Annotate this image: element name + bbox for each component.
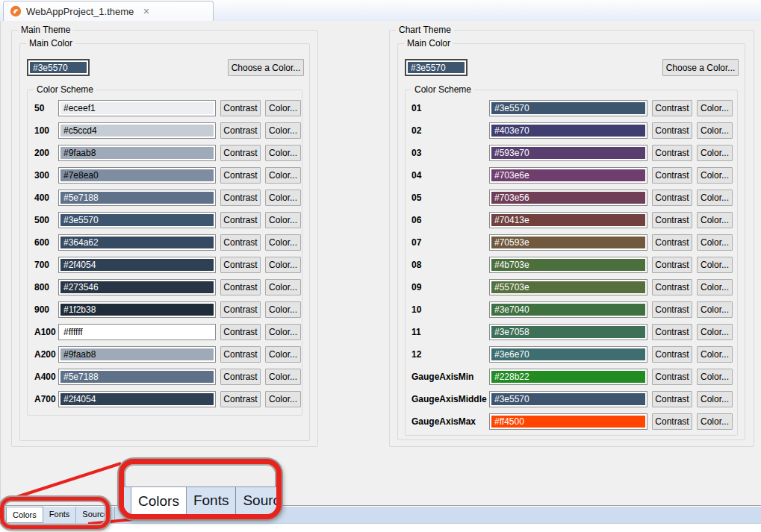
color-value-field[interactable]: #c5ccd4: [58, 122, 216, 139]
color-value-field[interactable]: #3e6e70: [489, 346, 647, 363]
color-button[interactable]: Color...: [697, 301, 733, 318]
color-value-field[interactable]: #3e7040: [489, 301, 647, 318]
color-button[interactable]: Color...: [697, 413, 733, 430]
contrast-button[interactable]: Contrast: [220, 279, 261, 295]
color-button[interactable]: Color...: [697, 100, 733, 116]
color-value-field[interactable]: #593e70: [489, 145, 647, 161]
color-button[interactable]: Color...: [697, 324, 733, 340]
color-button[interactable]: Color...: [265, 190, 301, 206]
color-value-field[interactable]: #ffffff: [58, 324, 216, 340]
main-color-value-field[interactable]: #3e5570: [27, 59, 90, 76]
close-icon[interactable]: ✕: [143, 7, 149, 16]
choose-color-button[interactable]: Choose a Color...: [228, 59, 304, 76]
contrast-button[interactable]: Contrast: [220, 190, 261, 206]
color-value-field[interactable]: #2f4054: [58, 257, 216, 273]
scheme-row: 02#403e70ContrastColor...: [411, 122, 737, 139]
color-value-field[interactable]: #55703e: [489, 279, 647, 295]
color-button[interactable]: Color...: [265, 167, 301, 184]
color-value-field[interactable]: #703e6e: [489, 167, 647, 184]
color-button[interactable]: Color...: [265, 279, 301, 295]
contrast-button[interactable]: Contrast: [220, 234, 261, 251]
color-value-field[interactable]: #9faab8: [58, 145, 216, 161]
color-button[interactable]: Color...: [697, 145, 733, 161]
contrast-button[interactable]: Contrast: [220, 100, 261, 116]
color-value-field[interactable]: #1f2b38: [58, 301, 216, 318]
contrast-button[interactable]: Contrast: [652, 100, 692, 116]
color-value-field[interactable]: #eceef1: [58, 100, 216, 116]
contrast-button[interactable]: Contrast: [220, 122, 261, 139]
color-button[interactable]: Color...: [697, 279, 733, 295]
color-button[interactable]: Color...: [697, 167, 733, 184]
contrast-button[interactable]: Contrast: [220, 324, 261, 340]
color-value-field[interactable]: #7e8ea0: [58, 167, 216, 184]
color-value-field[interactable]: #364a62: [58, 234, 216, 251]
contrast-button[interactable]: Contrast: [220, 167, 261, 184]
color-button[interactable]: Color...: [265, 234, 301, 251]
color-button[interactable]: Color...: [697, 190, 733, 206]
color-button[interactable]: Color...: [697, 346, 733, 363]
contrast-button[interactable]: Contrast: [220, 369, 261, 385]
color-button[interactable]: Color...: [697, 212, 733, 228]
contrast-button[interactable]: Contrast: [652, 145, 692, 161]
color-value-field[interactable]: #403e70: [489, 122, 647, 139]
contrast-button[interactable]: Contrast: [652, 324, 692, 340]
color-button[interactable]: Color...: [265, 324, 301, 340]
color-button[interactable]: Color...: [265, 257, 301, 273]
color-button[interactable]: Color...: [265, 391, 301, 407]
theme-file-icon: [10, 5, 22, 17]
color-button[interactable]: Color...: [265, 100, 301, 116]
color-value-field[interactable]: #4b703e: [489, 257, 647, 273]
color-value-field[interactable]: #9faab8: [58, 346, 216, 363]
contrast-button[interactable]: Contrast: [220, 346, 261, 363]
color-button[interactable]: Color...: [265, 212, 301, 228]
contrast-button[interactable]: Contrast: [652, 413, 692, 430]
color-value-field[interactable]: #228b22: [489, 369, 647, 385]
color-button[interactable]: Color...: [265, 301, 301, 318]
color-value-field[interactable]: #273546: [58, 279, 216, 295]
contrast-button[interactable]: Contrast: [652, 167, 692, 184]
color-value-field[interactable]: #ff4500: [489, 413, 647, 430]
color-button[interactable]: Color...: [697, 234, 733, 251]
contrast-button[interactable]: Contrast: [652, 122, 692, 139]
color-scheme-rows: 01#3e5570ContrastColor... 02#403e70Contr…: [406, 90, 737, 436]
contrast-button[interactable]: Contrast: [220, 212, 261, 228]
color-value-field[interactable]: #5e7188: [58, 190, 216, 206]
color-button[interactable]: Color...: [265, 122, 301, 139]
color-value-field[interactable]: #70593e: [489, 234, 647, 251]
choose-color-button[interactable]: Choose a Color...: [662, 59, 739, 76]
contrast-button[interactable]: Contrast: [652, 234, 692, 251]
editor-tab[interactable]: WebAppProject_1.theme ✕: [3, 1, 214, 21]
contrast-button[interactable]: Contrast: [652, 257, 692, 273]
color-value-field[interactable]: #3e5570: [489, 391, 647, 407]
color-value-field[interactable]: #2f4054: [58, 391, 216, 407]
color-button[interactable]: Color...: [697, 122, 733, 139]
contrast-button[interactable]: Contrast: [220, 391, 261, 407]
contrast-button[interactable]: Contrast: [652, 346, 692, 363]
contrast-button[interactable]: Contrast: [220, 301, 261, 318]
contrast-button[interactable]: Contrast: [652, 391, 692, 407]
magnified-tab-fonts[interactable]: Fonts: [187, 487, 237, 514]
contrast-button[interactable]: Contrast: [220, 145, 261, 161]
color-value-field[interactable]: #703e56: [489, 190, 647, 206]
magnified-tab-colors[interactable]: Colors: [131, 486, 187, 514]
color-value-field[interactable]: #3e5570: [489, 100, 647, 116]
color-value-field[interactable]: #3e7058: [489, 324, 647, 340]
contrast-button[interactable]: Contrast: [652, 212, 692, 228]
color-button[interactable]: Color...: [265, 145, 301, 161]
scheme-row-label: A200: [34, 346, 58, 363]
contrast-button[interactable]: Contrast: [652, 190, 692, 206]
magnified-tab-source[interactable]: Source: [236, 487, 282, 514]
color-button[interactable]: Color...: [697, 257, 733, 273]
color-value-field[interactable]: #5e7188: [58, 369, 216, 385]
contrast-button[interactable]: Contrast: [652, 369, 692, 385]
color-value-field[interactable]: #70413e: [489, 212, 647, 228]
main-color-value-field[interactable]: #3e5570: [405, 59, 468, 76]
color-button[interactable]: Color...: [265, 369, 301, 385]
color-button[interactable]: Color...: [697, 391, 733, 407]
color-button[interactable]: Color...: [697, 369, 733, 385]
contrast-button[interactable]: Contrast: [652, 279, 692, 295]
color-value-field[interactable]: #3e5570: [58, 212, 216, 228]
contrast-button[interactable]: Contrast: [220, 257, 261, 273]
color-button[interactable]: Color...: [265, 346, 301, 363]
contrast-button[interactable]: Contrast: [652, 301, 692, 318]
